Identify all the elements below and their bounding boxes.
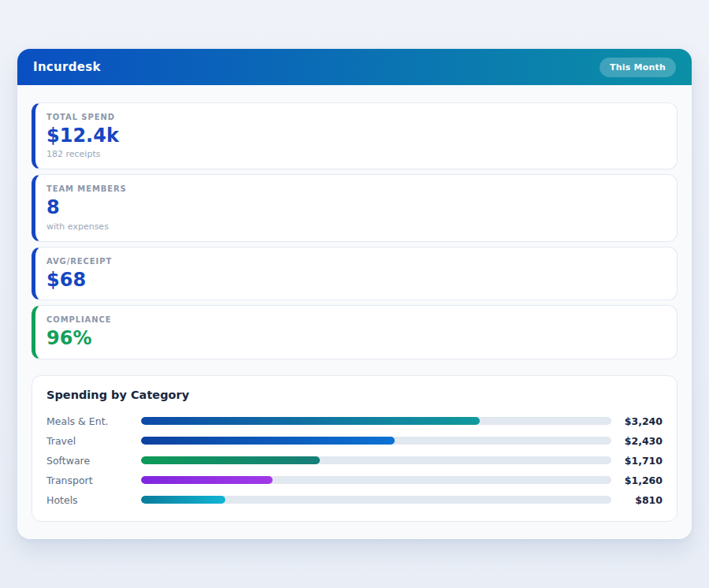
bar-fill — [141, 456, 320, 464]
bar-track — [141, 417, 611, 425]
category-label: Meals & Ent. — [46, 415, 141, 427]
category-label: Software — [46, 455, 141, 467]
category-label: Hotels — [46, 494, 141, 506]
category-value: $3,240 — [619, 415, 663, 427]
stat-value: $12.4k — [46, 125, 663, 146]
bar-track — [141, 437, 611, 445]
bar-fill — [141, 496, 225, 504]
category-label: Transport — [46, 474, 141, 486]
stat-card-avg-receipt: AVG/RECEIPT $68 — [32, 247, 677, 300]
category-row-hotels: Hotels $810 — [46, 490, 663, 510]
stat-label: AVG/RECEIPT — [46, 257, 663, 266]
stat-label: COMPLIANCE — [46, 315, 663, 324]
bar-track — [141, 496, 611, 504]
stat-value: 96% — [46, 328, 663, 348]
category-value: $810 — [619, 494, 663, 506]
category-value: $1,710 — [619, 455, 663, 467]
category-row-transport: Transport $1,260 — [46, 471, 663, 490]
stat-subtext: 182 receipts — [46, 149, 663, 159]
stat-value: 8 — [46, 197, 663, 218]
bar-fill — [141, 437, 395, 445]
stats-section: TOTAL SPEND $12.4k 182 receipts TEAM MEM… — [17, 85, 692, 359]
app-title: Incurdesk — [33, 60, 101, 74]
stat-label: TOTAL SPEND — [46, 113, 663, 121]
category-value: $2,430 — [619, 435, 663, 447]
category-value: $1,260 — [619, 474, 663, 486]
section-title: Spending by Category — [46, 389, 663, 401]
stat-card-compliance: COMPLIANCE 96% — [32, 305, 677, 359]
bar-fill — [141, 476, 273, 484]
bar-track — [141, 456, 611, 464]
app-header: Incurdesk This Month — [17, 49, 692, 85]
stat-subtext: with expenses — [46, 221, 663, 232]
stat-card-team-members: TEAM MEMBERS 8 with expenses — [32, 174, 677, 241]
stat-card-total-spend: TOTAL SPEND $12.4k 182 receipts — [32, 102, 677, 169]
category-row-software: Software $1,710 — [46, 451, 663, 471]
category-row-meals: Meals & Ent. $3,240 — [46, 411, 663, 431]
period-badge[interactable]: This Month — [599, 58, 676, 77]
stat-label: TEAM MEMBERS — [46, 184, 663, 193]
dashboard-panel: Incurdesk This Month TOTAL SPEND $12.4k … — [17, 49, 692, 539]
category-row-travel: Travel $2,430 — [46, 431, 663, 451]
stat-value: $68 — [46, 270, 663, 290]
bar-track — [141, 476, 611, 484]
category-label: Travel — [46, 435, 141, 447]
spending-by-category-card: Spending by Category Meals & Ent. $3,240… — [32, 375, 677, 522]
bar-fill — [141, 417, 480, 425]
